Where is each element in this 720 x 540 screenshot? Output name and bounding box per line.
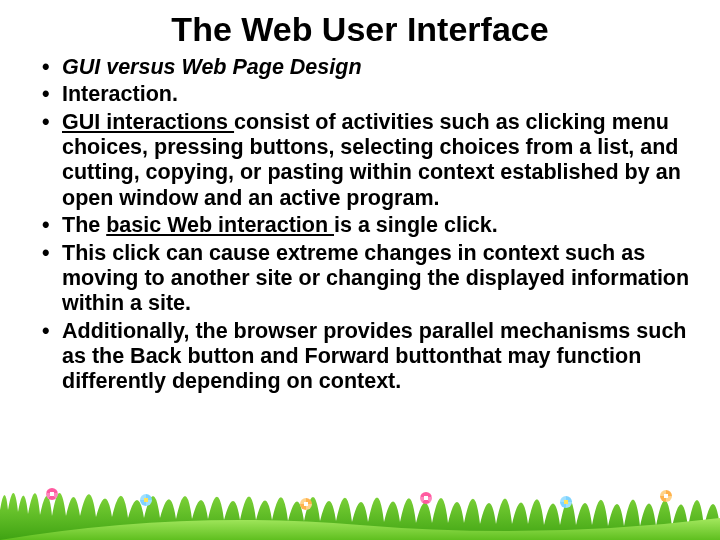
- flower-icon: [660, 490, 672, 502]
- bullet-item: The basic Web interaction is a single cl…: [42, 213, 698, 238]
- grass-icon: [0, 470, 720, 540]
- flower-icon: [140, 494, 152, 506]
- flower-icon: [300, 498, 312, 510]
- bullet-item: This click can cause extreme changes in …: [42, 241, 698, 317]
- bullet-item: GUI versus Web Page Design: [42, 55, 698, 80]
- slide-content: GUI versus Web Page Design Interaction. …: [0, 55, 720, 395]
- flower-icon: [46, 488, 58, 500]
- grass-footer-art: [0, 470, 720, 540]
- bullet-item: GUI interactions consist of activities s…: [42, 110, 698, 211]
- slide-title: The Web User Interface: [0, 0, 720, 55]
- flower-icon: [560, 496, 572, 508]
- bullet-item: Interaction.: [42, 82, 698, 107]
- flower-icon: [420, 492, 432, 504]
- slide: The Web User Interface GUI versus Web Pa…: [0, 0, 720, 540]
- bullet-item: Additionally, the browser provides paral…: [42, 319, 698, 395]
